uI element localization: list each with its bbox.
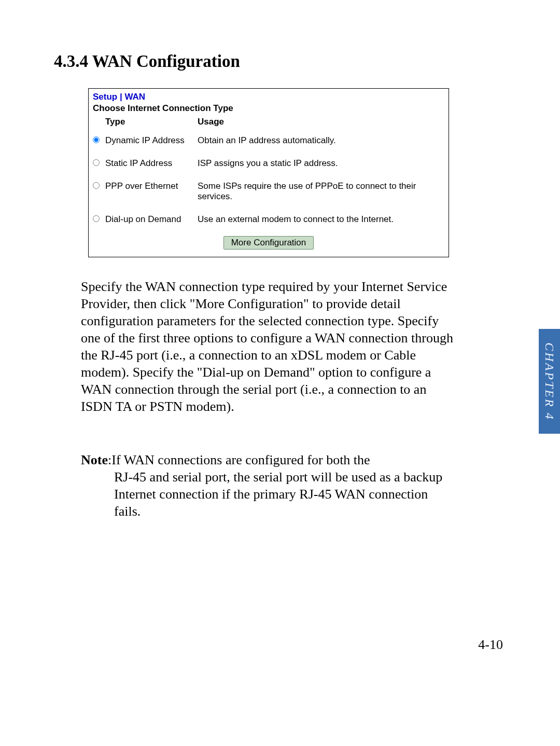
wan-config-panel: Setup | WAN Choose Internet Connection T…	[88, 88, 449, 257]
note-text: RJ-45 and serial port, the serial port w…	[114, 468, 454, 520]
chapter-tab: CHAPTER 4	[539, 329, 560, 434]
option-dialup[interactable]: Dial-up on Demand Use an external modem …	[89, 208, 449, 231]
section-heading: 4.3.4 WAN Configuration	[54, 52, 240, 71]
chapter-tab-label: CHAPTER 4	[542, 342, 556, 420]
page-number: 4-10	[478, 637, 503, 653]
option-static-ip[interactable]: Static IP Address ISP assigns you a stat…	[89, 152, 449, 175]
breadcrumb: Setup | WAN	[89, 89, 449, 103]
radio-pppoe[interactable]	[93, 182, 100, 189]
option-type: Static IP Address	[105, 158, 198, 169]
option-type: Dial-up on Demand	[105, 214, 198, 225]
col-header-usage: Usage	[198, 117, 444, 127]
radio-dynamic-ip[interactable]	[93, 136, 100, 143]
col-header-type: Type	[105, 117, 198, 127]
radio-static-ip[interactable]	[93, 159, 100, 166]
option-pppoe[interactable]: PPP over Ethernet Some ISPs require the …	[89, 175, 449, 208]
connection-options: Dynamic IP Address Obtain an IP address …	[89, 129, 449, 231]
note-label: Note	[81, 452, 108, 467]
note-text-inline: If WAN connections are configured for bo…	[111, 452, 370, 467]
option-usage: Obtain an IP address automatically.	[198, 135, 444, 146]
note-block: Note:If WAN connections are configured f…	[81, 451, 454, 520]
option-usage: Use an external modem to connect to the …	[198, 214, 444, 225]
body-paragraph: Specify the WAN connection type required…	[81, 278, 454, 415]
radio-dialup[interactable]	[93, 215, 100, 222]
option-usage: Some ISPs require the use of PPPoE to co…	[198, 181, 444, 202]
option-type: Dynamic IP Address	[105, 135, 198, 146]
option-dynamic-ip[interactable]: Dynamic IP Address Obtain an IP address …	[89, 129, 449, 152]
table-header: Type Usage	[89, 116, 449, 129]
panel-subtitle: Choose Internet Connection Type	[89, 103, 449, 116]
more-configuration-button[interactable]: More Configuration	[223, 236, 314, 250]
option-type: PPP over Ethernet	[105, 181, 198, 191]
option-usage: ISP assigns you a static IP address.	[198, 158, 444, 169]
